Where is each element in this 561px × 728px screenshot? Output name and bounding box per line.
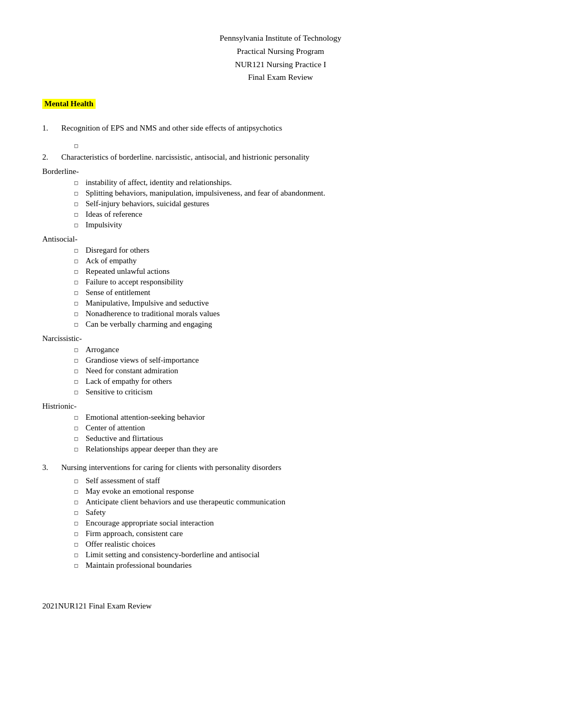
narcissistic-section: Narcissistic- ◻Arrogance ◻Grandiose view… [42,334,519,397]
item-3-text: Nursing interventions for caring for cli… [61,463,282,472]
page-header: Pennsylvania Institute of Technology Pra… [42,32,519,84]
bullet-icon: ◻ [74,347,86,353]
bullet-text: Sense of entitlement [86,288,519,297]
bullet-icon: ◻ [74,321,86,327]
list-item: ◻May evoke an emotional response [42,487,519,496]
header-line-3: NUR121 Nursing Practice I [42,58,519,71]
nursing-interventions-section: ◻Self assessment of staff ◻May evoke an … [42,476,519,570]
bullet-icon: ◻ [74,478,86,484]
bullet-icon: ◻ [74,520,86,526]
bullet-icon: ◻ [74,180,86,186]
antisocial-list: ◻Disregard for others ◻Ack of empathy ◻R… [42,246,519,329]
list-item: ◻Seductive and flirtatious [42,434,519,443]
antisocial-section: Antisocial- ◻Disregard for others ◻Ack o… [42,235,519,329]
list-item: ◻Grandiose views of self-importance [42,356,519,365]
bullet-text: Firm approach, consistent care [86,529,519,538]
bullet-icon: ◻ [74,258,86,264]
list-item: ◻Can be verbally charming and engaging [42,320,519,329]
list-item: ◻Nonadherence to traditional morals valu… [42,309,519,318]
bullet-icon: ◻ [74,300,86,306]
list-item: ◻Self assessment of staff [42,476,519,485]
bullet-icon: ◻ [74,222,86,228]
antisocial-label: Antisocial- [42,235,519,244]
bullet-text: Repeated unlawful actions [86,267,519,276]
list-item: ◻Center of attention [42,423,519,432]
bullet-text: Arrogance [86,345,519,354]
bullet-text: Need for constant admiration [86,366,519,375]
list-item: ◻Relationships appear deeper than they a… [42,445,519,454]
borderline-label: Borderline- [42,167,519,176]
narcissistic-list: ◻Arrogance ◻Grandiose views of self-impo… [42,345,519,397]
bullet-text: Manipulative, Impulsive and seductive [86,299,519,308]
bullet-text: Relationships appear deeper than they ar… [86,445,519,454]
list-item: ◻Sensitive to criticism [42,388,519,397]
list-item: ◻Splitting behaviors, manipulation, impu… [42,189,519,198]
list-item: ◻Lack of empathy for others [42,377,519,386]
bullet-icon: ◻ [74,279,86,285]
bullet-icon: ◻ [74,446,86,452]
bullet-text: Nonadherence to traditional morals value… [86,309,519,318]
list-item: ◻Limit setting and consistency-borderlin… [42,550,519,559]
bullet-icon: ◻ [74,414,86,420]
borderline-list: ◻instability of affect, identity and rel… [42,178,519,229]
histrionic-section: Histrionic- ◻Emotional attention-seeking… [42,402,519,454]
bullet-text: Grandiose views of self-importance [86,356,519,365]
mental-health-label: Mental Health [42,99,96,109]
bullet-icon: ◻ [74,190,86,196]
list-item: ◻Anticipate client behaviors and use the… [42,497,519,506]
bullet-icon: ◻ [74,563,86,568]
nursing-interventions-list: ◻Self assessment of staff ◻May evoke an … [42,476,519,570]
page-footer: 2021NUR121 Final Exam Review [42,602,519,611]
header-line-1: Pennsylvania Institute of Technology [42,32,519,45]
bullet-text: Impulsivity [86,220,519,229]
bullet-text: Ack of empathy [86,256,519,265]
list-item: ◻Ack of empathy [42,256,519,265]
histrionic-label: Histrionic- [42,402,519,411]
bullet-text: Seductive and flirtatious [86,434,519,443]
bullet-text: Maintain professional boundaries [86,561,519,570]
narcissistic-label: Narcissistic- [42,334,519,343]
bullet-text: instability of affect, identity and rela… [86,178,519,187]
list-item: ◻Emotional attention-seeking behavior [42,413,519,422]
bullet-icon: ◻ [74,552,86,558]
bullet-icon: ◻ [74,211,86,217]
item-2-text: Characteristics of borderline. narcissis… [61,153,310,162]
item-2-number: 2. [42,153,61,162]
item-1-number: 1. [42,124,61,133]
blank-bullet-icon: ◻ [74,143,86,149]
bullet-icon: ◻ [74,510,86,515]
list-item: ◻Manipulative, Impulsive and seductive [42,299,519,308]
list-item: ◻Encourage appropriate social interactio… [42,519,519,528]
mental-health-section: Mental Health [42,99,519,116]
list-item: ◻instability of affect, identity and rel… [42,178,519,187]
bullet-icon: ◻ [74,425,86,431]
bullet-text: Lack of empathy for others [86,377,519,386]
histrionic-list: ◻Emotional attention-seeking behavior ◻C… [42,413,519,454]
bullet-text: Failure to accept responsibility [86,278,519,287]
list-item: ◻Repeated unlawful actions [42,267,519,276]
list-item: ◻Ideas of reference [42,210,519,219]
bullet-text: Ideas of reference [86,210,519,219]
bullet-icon: ◻ [74,201,86,207]
item-3-number: 3. [42,463,61,472]
bullet-text: Can be verbally charming and engaging [86,320,519,329]
blank-bullet-placeholder: ◻ [42,141,519,149]
bullet-text: Anticipate client behaviors and use ther… [86,497,519,506]
bullet-text: May evoke an emotional response [86,487,519,496]
bullet-icon: ◻ [74,436,86,441]
list-item: ◻Need for constant admiration [42,366,519,375]
bullet-text: Emotional attention-seeking behavior [86,413,519,422]
bullet-icon: ◻ [74,379,86,384]
bullet-text: Self assessment of staff [86,476,519,485]
bullet-icon: ◻ [74,247,86,253]
bullet-icon: ◻ [74,290,86,296]
list-item: ◻Maintain professional boundaries [42,561,519,570]
list-item: ◻Sense of entitlement [42,288,519,297]
footer-text: 2021NUR121 Final Exam Review [42,602,152,610]
bullet-icon: ◻ [74,531,86,537]
bullet-icon: ◻ [74,357,86,363]
list-item: ◻Arrogance [42,345,519,354]
header-line-4: Final Exam Review [42,71,519,84]
numbered-item-3: 3. Nursing interventions for caring for … [42,463,519,472]
list-item: ◻Firm approach, consistent care [42,529,519,538]
